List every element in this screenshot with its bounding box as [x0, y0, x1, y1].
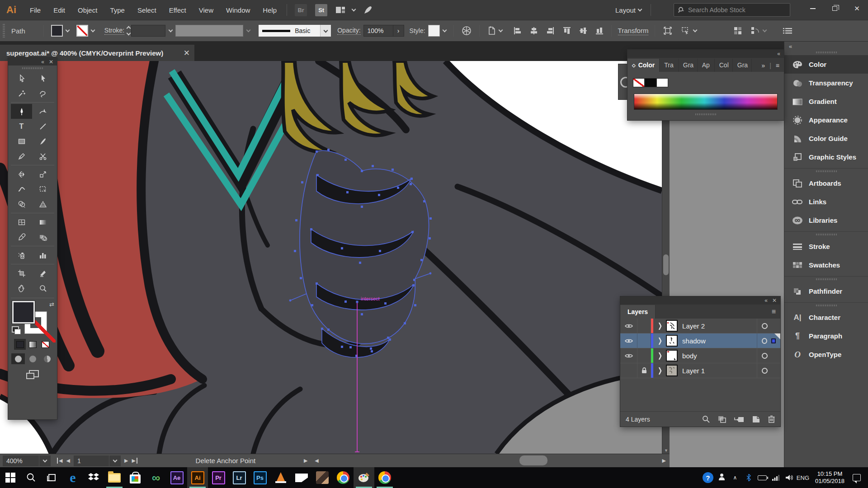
- language-indicator[interactable]: ENG: [796, 474, 810, 481]
- white-swatch[interactable]: [656, 78, 668, 87]
- lock-toggle[interactable]: [637, 319, 651, 333]
- tab-layers[interactable]: Layers: [620, 305, 656, 319]
- scroll-left-icon[interactable]: ◀: [311, 458, 322, 464]
- dock-item-paragraph[interactable]: ¶ Paragraph: [784, 327, 868, 345]
- direct-selection-tool[interactable]: [32, 71, 53, 86]
- gradient-tool[interactable]: [32, 215, 53, 230]
- tab-color[interactable]: ◇Color: [627, 59, 660, 72]
- collapse-panel-icon[interactable]: «: [764, 297, 768, 304]
- tab-graphic-styles[interactable]: Gra: [733, 59, 752, 72]
- align-bottom-icon[interactable]: [595, 27, 604, 35]
- action-center-icon[interactable]: [850, 474, 863, 481]
- arrange-documents-icon[interactable]: [335, 6, 345, 14]
- stock-button[interactable]: St: [315, 4, 327, 16]
- layer-thumbnail[interactable]: [666, 350, 678, 361]
- taskbar-after-effects[interactable]: Ae: [166, 467, 187, 488]
- mesh-tool[interactable]: [11, 215, 32, 230]
- perspective-grid-tool[interactable]: [32, 197, 53, 211]
- style-dropdown[interactable]: [440, 25, 450, 37]
- layer-row-layer2[interactable]: ❯ Layer 2: [620, 319, 780, 333]
- volume-icon[interactable]: [783, 474, 796, 481]
- network-icon[interactable]: [769, 475, 783, 481]
- visibility-toggle[interactable]: [620, 348, 637, 363]
- collapse-dock-icon[interactable]: «: [784, 42, 868, 51]
- snap-to-pixel-icon[interactable]: [733, 26, 742, 35]
- panel-menu-icon[interactable]: ≡: [776, 62, 779, 69]
- toolbox-grip[interactable]: [22, 67, 43, 69]
- layer-thumbnail[interactable]: [666, 335, 678, 347]
- taskbar-infinity-app[interactable]: ∞: [146, 467, 166, 488]
- zoom-tool[interactable]: [32, 281, 53, 296]
- dock-grip[interactable]: [816, 52, 837, 53]
- taskbar-clock[interactable]: 10:15 PM 01/05/2018: [810, 470, 850, 485]
- scroll-down-icon[interactable]: ▼: [662, 448, 670, 453]
- delete-layer-icon[interactable]: [768, 415, 775, 423]
- style-swatch[interactable]: [428, 25, 440, 37]
- target-circle[interactable]: [762, 353, 768, 359]
- layer-thumbnail[interactable]: [666, 320, 678, 332]
- black-swatch[interactable]: [645, 78, 656, 87]
- blend-tool[interactable]: [32, 230, 53, 244]
- taskbar-photos[interactable]: [312, 467, 333, 488]
- taskbar-dropbox[interactable]: [83, 467, 104, 488]
- panel-menu-icon[interactable]: ≡: [772, 308, 776, 316]
- stroke-color-swatch[interactable]: [76, 25, 88, 37]
- restore-button[interactable]: [824, 0, 846, 17]
- target-circle[interactable]: [762, 338, 767, 344]
- column-graph-tool[interactable]: [32, 248, 53, 263]
- dock-grip[interactable]: [816, 305, 837, 306]
- layer-row-layer1[interactable]: ❯ Layer 1: [620, 363, 780, 378]
- zoom-level-field[interactable]: 400%: [3, 455, 39, 466]
- new-layer-icon[interactable]: [752, 416, 760, 423]
- dock-grip[interactable]: [816, 278, 837, 280]
- dock-item-color[interactable]: Color: [784, 55, 868, 74]
- taskbar-vlc[interactable]: [270, 467, 291, 488]
- transform-link[interactable]: Transform: [618, 27, 649, 35]
- scale-tool[interactable]: [32, 167, 53, 182]
- artboard-number-field[interactable]: 1: [74, 455, 109, 466]
- visibility-toggle[interactable]: [620, 333, 637, 348]
- clipping-mask-icon[interactable]: [718, 416, 726, 423]
- opacity-expand[interactable]: ›: [393, 25, 404, 37]
- lock-toggle[interactable]: [637, 348, 651, 363]
- snap-to-point-icon[interactable]: [750, 26, 767, 35]
- next-artboard-icon[interactable]: ▶: [124, 458, 128, 464]
- taskbar-file-explorer[interactable]: [104, 467, 125, 488]
- brush-dropdown[interactable]: [320, 25, 331, 37]
- taskbar-edge[interactable]: e: [62, 467, 83, 488]
- dock-item-artboards[interactable]: Artboards: [784, 174, 868, 192]
- expand-tabs-icon[interactable]: »: [761, 62, 765, 69]
- fill-color-dropdown[interactable]: [63, 25, 73, 37]
- symbol-sprayer-tool[interactable]: [11, 248, 32, 263]
- dock-item-links[interactable]: Links: [784, 192, 868, 211]
- taskbar-lightroom[interactable]: Lr: [229, 467, 250, 488]
- target-circle[interactable]: [762, 323, 768, 329]
- curvature-tool[interactable]: [32, 104, 53, 119]
- swap-fill-stroke-icon[interactable]: ⇄: [49, 301, 54, 308]
- align-left-icon[interactable]: [514, 27, 522, 35]
- tab-color-guide[interactable]: Col: [715, 59, 733, 72]
- document-setup-icon[interactable]: [487, 26, 503, 36]
- search-adobe-stock-input[interactable]: Search Adobe Stock: [674, 3, 790, 17]
- layer-row-body[interactable]: ❯ body: [620, 348, 780, 363]
- dock-grip[interactable]: [816, 234, 837, 235]
- scissors-tool[interactable]: [32, 149, 53, 164]
- selection-tool[interactable]: [11, 71, 32, 86]
- align-middle-icon[interactable]: [579, 27, 587, 35]
- layer-name[interactable]: Layer 1: [682, 367, 705, 375]
- dock-item-libraries[interactable]: Libraries: [784, 211, 868, 230]
- dock-item-character[interactable]: A| Character: [784, 308, 868, 327]
- panel-grip[interactable]: [3, 24, 5, 38]
- locate-object-icon[interactable]: [702, 415, 710, 423]
- gpu-performance-icon[interactable]: [363, 5, 373, 14]
- visibility-toggle[interactable]: [620, 319, 637, 333]
- visibility-toggle[interactable]: [620, 363, 637, 378]
- dock-item-appearance[interactable]: Appearance: [784, 111, 868, 129]
- new-sublayer-icon[interactable]: [734, 416, 744, 423]
- taskbar-photoshop[interactable]: Ps: [250, 467, 270, 488]
- panel-resize-grip[interactable]: [695, 113, 716, 115]
- dock-item-transparency[interactable]: Transparency: [784, 74, 868, 92]
- bluetooth-icon[interactable]: [742, 474, 755, 481]
- stroke-weight-dropdown[interactable]: [165, 25, 175, 37]
- workspace-switcher[interactable]: Layout: [615, 0, 655, 20]
